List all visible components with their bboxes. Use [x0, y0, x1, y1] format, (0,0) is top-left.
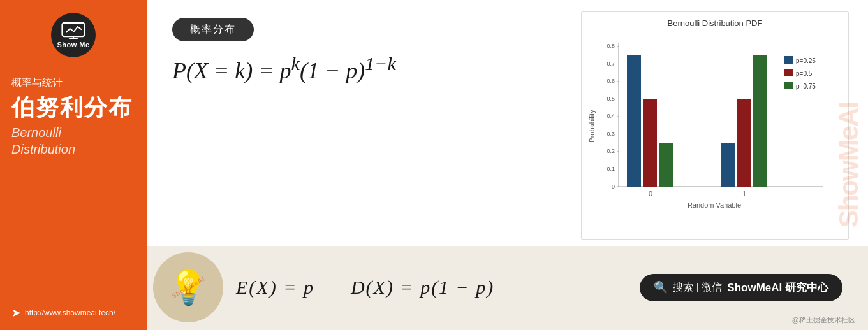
svg-rect-26 [784, 56, 793, 64]
bottom-section: 💡 ShowMeAI E(X) = p D(X) = p(1 − p) 🔍 搜索… [147, 246, 868, 330]
website-row: ➤ http://www.showmeai.tech/ [11, 306, 135, 320]
bar-1-p025 [721, 143, 735, 187]
main-title-en: Bernoulli Distribution [11, 124, 135, 157]
main-title-cn: 伯努利分布 [11, 95, 135, 120]
bulb-emoji: 💡 [168, 268, 209, 307]
bar-1-p050 [737, 99, 751, 187]
logo-show-text: Show Me [57, 41, 89, 48]
svg-text:0.7: 0.7 [607, 61, 615, 67]
svg-text:0.2: 0.2 [607, 148, 615, 154]
category-label: 概率与统计 [11, 76, 135, 90]
svg-text:0.8: 0.8 [607, 43, 615, 49]
svg-text:0.3: 0.3 [607, 131, 615, 137]
formula-area: 概率分布 P(X = k) = pk(1 − p)1−k [172, 18, 562, 240]
search-prefix: 搜索 | 微信 [673, 281, 722, 294]
search-badge: 🔍 搜索 | 微信 ShowMeAI 研究中心 [640, 274, 842, 301]
top-section: 概率分布 P(X = k) = pk(1 − p)1−k Bernoulli D… [147, 0, 868, 246]
svg-text:p=0.25: p=0.25 [796, 57, 816, 64]
brand-text: ShowMeAI 研究中心 [727, 280, 828, 295]
bar-0-p050 [643, 99, 657, 187]
secondary-formula: E(X) = p D(X) = p(1 − p) [236, 276, 627, 298]
footer-attribution: @稀土掘金技术社区 [792, 315, 855, 325]
logo-box: Show Me [51, 13, 96, 57]
chart-svg: Probability 0 0.1 0.2 [587, 31, 842, 209]
svg-text:0: 0 [649, 190, 652, 197]
bar-0-p075 [659, 143, 673, 187]
svg-text:0.5: 0.5 [607, 96, 615, 102]
main-formula: P(X = k) = pk(1 − p)1−k [172, 53, 562, 84]
sidebar: Show Me 概率与统计 伯努利分布 Bernoulli Distributi… [0, 0, 147, 330]
svg-text:0.4: 0.4 [607, 113, 615, 119]
website-text: http://www.showmeai.tech/ [25, 308, 115, 317]
y-axis-label: Probability [588, 110, 596, 143]
logo-icon [61, 22, 85, 39]
main-content: 概率分布 P(X = k) = pk(1 − p)1−k Bernoulli D… [147, 0, 868, 330]
bulb-circle: 💡 ShowMeAI [153, 252, 223, 322]
pill-tag: 概率分布 [172, 18, 254, 41]
svg-text:0: 0 [612, 183, 615, 190]
svg-rect-30 [784, 82, 793, 89]
svg-rect-28 [784, 69, 793, 76]
chart-title: Bernoulli Distribution PDF [587, 18, 843, 28]
search-icon: 🔍 [654, 280, 668, 294]
svg-text:Random Variable: Random Variable [688, 201, 741, 209]
svg-text:0.6: 0.6 [607, 78, 615, 84]
chart-area: Bernoulli Distribution PDF Probability 0 [581, 11, 849, 240]
svg-text:p=0.5: p=0.5 [796, 70, 813, 77]
bar-0-p025 [627, 55, 641, 187]
bar-1-p075 [753, 55, 767, 187]
svg-text:1: 1 [742, 190, 746, 197]
logo-area: Show Me [11, 13, 135, 61]
svg-text:0.1: 0.1 [607, 166, 615, 172]
chart-container: Bernoulli Distribution PDF Probability 0 [582, 12, 848, 218]
svg-text:p=0.75: p=0.75 [796, 83, 816, 90]
website-icon: ➤ [11, 306, 21, 320]
